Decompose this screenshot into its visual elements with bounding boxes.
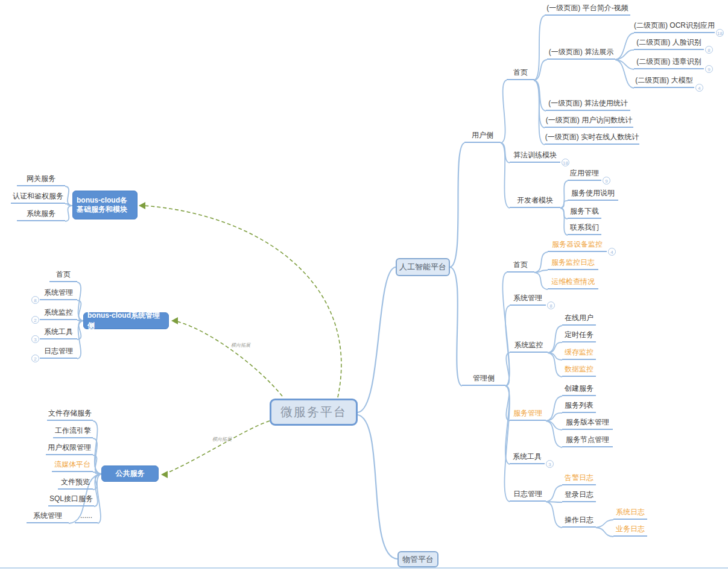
topic-admin-system-management[interactable]: 系统管理 <box>510 293 546 306</box>
topic-bonus-cloud-admin-side[interactable]: bonus-cloud系统管理侧 <box>83 312 169 329</box>
topic-service-list[interactable]: 服务列表 <box>562 400 596 413</box>
topic-algorithm-training-module[interactable]: 算法训练模块 <box>510 150 560 163</box>
topic-violation-recognition[interactable]: (二级页面) 违章识别 <box>634 57 704 69</box>
topic-left-system-tools[interactable]: 系统工具 <box>40 327 77 339</box>
topic-streaming-platform[interactable]: 流媒体平台 <box>52 459 93 472</box>
topic-operation-log[interactable]: 操作日志 <box>562 515 596 528</box>
topic-workflow-engine[interactable]: 工作流引擎 <box>53 426 93 438</box>
topic-admin-system-tools[interactable]: 系统工具 <box>510 452 545 464</box>
collapsed-count-badge[interactable]: 3 <box>546 460 554 468</box>
topic-admin-side[interactable]: 管理侧 <box>462 373 505 386</box>
topic-service-node-management[interactable]: 服务节点管理 <box>562 435 613 447</box>
topic-system-service[interactable]: 系统服务 <box>17 209 65 221</box>
topic-ops-check-status[interactable]: 运维检查情况 <box>548 277 598 289</box>
collapsed-count-badge[interactable]: 18 <box>716 29 724 37</box>
topic-alert-log[interactable]: 告警日志 <box>562 473 596 485</box>
topic-service-monitor-log[interactable]: 服务监控日志 <box>548 257 598 270</box>
relationship-label: 横向拓展 <box>212 436 232 443</box>
topic-left-home[interactable]: 首页 <box>49 270 77 282</box>
canvas-bottom-edge <box>0 567 728 569</box>
collapsed-count-badge[interactable]: 4 <box>608 248 616 256</box>
topic-service-usage-doc[interactable]: 服务使用说明 <box>568 188 618 201</box>
topic-bonus-cloud-base-services[interactable]: bonus-cloud各基础服务和模块 <box>72 191 138 219</box>
topic-scheduled-tasks[interactable]: 定时任务 <box>562 330 596 342</box>
central-topic-microservice-platform[interactable]: 微服务平台 <box>270 399 358 426</box>
topic-file-storage-service[interactable]: 文件存储服务 <box>47 408 93 421</box>
collapsed-count-badge[interactable]: 9 <box>705 65 713 73</box>
topic-left-log-management[interactable]: 日志管理 <box>40 346 77 359</box>
collapsed-count-badge[interactable]: 8 <box>705 46 713 54</box>
topic-create-service[interactable]: 创建服务 <box>562 383 596 396</box>
topic-online-users[interactable]: 在线用户 <box>562 313 596 326</box>
arrowheads <box>139 202 178 478</box>
topic-user-side[interactable]: 用户侧 <box>464 130 501 143</box>
collapsed-count-badge[interactable]: 3 <box>31 335 39 343</box>
mindmap-canvas: 微服务平台 人工智能平台 物管平台 bonus-cloud各基础服务和模块 bo… <box>0 0 728 571</box>
relationship-arrows <box>144 206 341 474</box>
topic-system-log[interactable]: 系统日志 <box>613 507 647 520</box>
topic-ocr-recognition[interactable]: (二级页面) OCR识别应用 <box>634 21 715 33</box>
topic-server-device-monitor[interactable]: 服务器设备监控 <box>548 239 607 252</box>
topic-ai-platform[interactable]: 人工智能平台 <box>396 258 450 276</box>
topic-business-log[interactable]: 业务日志 <box>613 524 647 537</box>
topic-large-model[interactable]: (二级页面) 大模型 <box>634 75 694 88</box>
topic-public-services[interactable]: 公共服务 <box>101 465 159 482</box>
collapsed-count-badge[interactable]: 2 <box>31 355 39 362</box>
topic-algorithm-showcase[interactable]: (一级页面) 算法展示 <box>547 47 615 60</box>
connector-layer <box>0 0 728 571</box>
topic-face-recognition[interactable]: (二级页面) 人脸识别 <box>634 37 704 50</box>
topic-data-monitor[interactable]: 数据监控 <box>562 364 596 377</box>
topic-service-download[interactable]: 服务下载 <box>568 206 601 219</box>
topic-user-permission-management[interactable]: 用户权限管理 <box>46 443 93 455</box>
topic-realtime-online-stats[interactable]: (一级页面) 实时在线人数统计 <box>545 132 639 145</box>
collapsed-count-badge[interactable]: 9 <box>603 177 610 185</box>
topic-algorithm-usage-stats[interactable]: (一级页面) 算法使用统计 <box>546 98 630 111</box>
topic-ellipsis-more[interactable]: ...... <box>75 511 98 523</box>
topic-user-home[interactable]: 首页 <box>507 68 534 80</box>
collapsed-count-badge[interactable]: 8 <box>31 296 39 304</box>
collapsed-count-badge[interactable]: 8 <box>547 301 555 309</box>
topic-property-platform[interactable]: 物管平台 <box>397 551 438 567</box>
collapsed-count-badge[interactable]: 4 <box>695 84 703 92</box>
relationship-label: 横向拓展 <box>231 342 250 349</box>
topic-admin-log-management[interactable]: 日志管理 <box>510 489 546 502</box>
collapsed-count-badge[interactable]: 2 <box>31 316 39 324</box>
topic-sql-api-service[interactable]: SQL接口服务 <box>48 494 94 506</box>
topic-contact-us[interactable]: 联系我们 <box>568 222 601 235</box>
topic-service-management[interactable]: 服务管理 <box>510 408 546 421</box>
topic-admin-system-monitor[interactable]: 系统监控 <box>510 340 548 353</box>
collapsed-count-badge[interactable]: 18 <box>562 159 569 166</box>
topic-login-log[interactable]: 登录日志 <box>562 490 596 502</box>
topic-auth-service[interactable]: 认证和鉴权服务 <box>11 191 65 204</box>
topic-app-management[interactable]: 应用管理 <box>568 168 601 181</box>
topic-service-version-management[interactable]: 服务版本管理 <box>562 417 613 430</box>
topic-gateway-service[interactable]: 网关服务 <box>17 174 65 186</box>
topic-admin-home[interactable]: 首页 <box>507 260 534 273</box>
topic-cache-monitor[interactable]: 缓存监控 <box>562 347 596 360</box>
topic-platform-intro-video[interactable]: (一级页面) 平台简介-视频 <box>545 3 630 16</box>
topic-file-preview[interactable]: 文件预览 <box>58 477 93 490</box>
topic-left-system-monitor[interactable]: 系统监控 <box>40 308 77 320</box>
topic-public-system-management[interactable]: 系统管理 <box>27 511 69 523</box>
topic-user-visit-stats[interactable]: (一级页面) 用户访问数统计 <box>545 115 633 128</box>
topic-developer-module[interactable]: 开发者模块 <box>510 195 560 208</box>
topic-left-system-management[interactable]: 系统管理 <box>40 288 77 300</box>
